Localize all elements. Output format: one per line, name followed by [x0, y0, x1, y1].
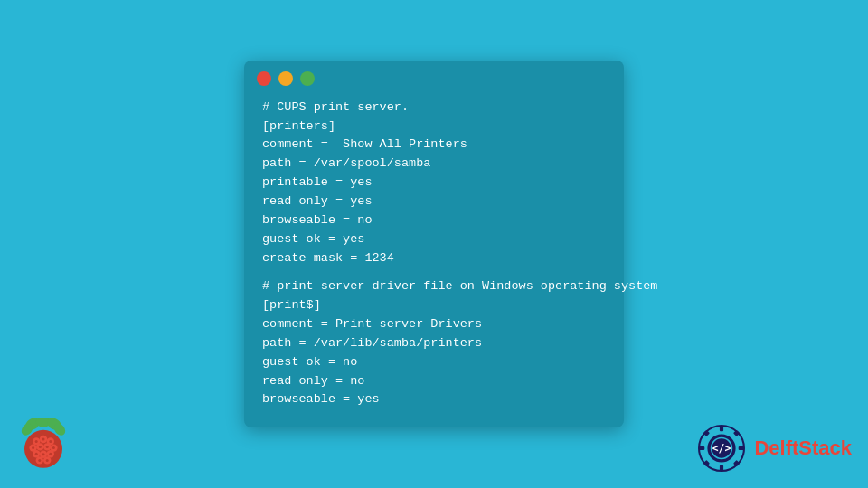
svg-point-29 — [46, 459, 49, 462]
svg-point-26 — [42, 453, 45, 455]
terminal-line: comment = Show All Printers — [262, 136, 606, 155]
delftstack-logo: </> DelftStack — [698, 425, 852, 472]
svg-rect-35 — [703, 430, 710, 436]
svg-rect-34 — [739, 446, 744, 450]
terminal-line: path = /var/spool/samba — [262, 155, 606, 174]
raspberry-icon — [16, 418, 71, 472]
minimize-dot[interactable] — [278, 71, 293, 86]
terminal-line: printable = yes — [262, 174, 606, 192]
raspberry-pi-logo — [16, 418, 71, 472]
svg-rect-31 — [720, 426, 723, 431]
terminal-line: browseable = yes — [262, 390, 606, 409]
maximize-dot[interactable] — [300, 71, 315, 86]
terminal-line: browseable = no — [262, 211, 606, 230]
svg-point-23 — [46, 446, 49, 448]
terminal-line: path = /var/lib/samba/printers — [262, 334, 606, 353]
svg-rect-33 — [699, 446, 704, 450]
terminal-window: # CUPS print server.[printers]comment = … — [244, 61, 624, 428]
svg-rect-37 — [703, 460, 710, 466]
svg-rect-38 — [733, 460, 740, 466]
svg-text:</>: </> — [712, 442, 731, 455]
svg-rect-36 — [733, 430, 740, 436]
svg-point-25 — [35, 453, 38, 455]
terminal-line: comment = Print server Drivers — [262, 315, 606, 334]
terminal-spacer — [262, 268, 606, 277]
terminal-line: [printers] — [262, 117, 606, 136]
terminal-body: # CUPS print server.[printers]comment = … — [244, 95, 624, 428]
title-bar — [244, 61, 624, 95]
svg-point-22 — [39, 446, 42, 448]
gear-icon: </> — [698, 425, 745, 472]
delft-brand-text: DelftStack — [754, 436, 852, 460]
svg-point-21 — [32, 446, 34, 449]
terminal-line: guest ok = no — [262, 353, 606, 372]
terminal-line: create mask = 1234 — [262, 249, 606, 268]
terminal-line: read only = yes — [262, 192, 606, 211]
terminal-line: # print server driver file on Windows op… — [262, 277, 606, 296]
svg-point-20 — [49, 440, 52, 443]
svg-point-24 — [52, 446, 55, 449]
svg-point-18 — [35, 440, 38, 443]
svg-rect-32 — [720, 465, 723, 471]
svg-point-19 — [42, 438, 45, 441]
terminal-line: [print$] — [262, 296, 606, 315]
svg-point-28 — [38, 459, 41, 462]
terminal-line: guest ok = yes — [262, 230, 606, 249]
svg-point-27 — [49, 453, 52, 455]
terminal-line: # CUPS print server. — [262, 99, 606, 117]
close-dot[interactable] — [257, 71, 271, 86]
delft-text: DelftStack — [754, 436, 852, 459]
terminal-line: read only = no — [262, 372, 606, 391]
